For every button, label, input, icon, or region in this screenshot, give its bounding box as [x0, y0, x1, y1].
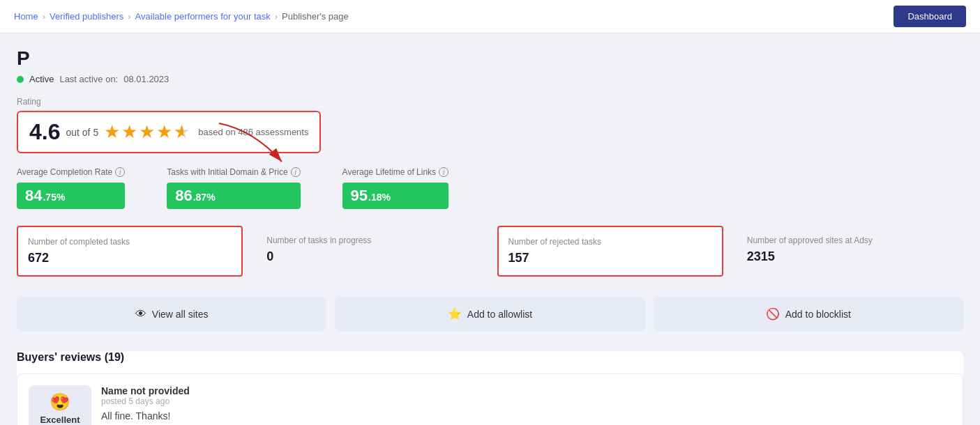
star-3: ★ — [139, 121, 155, 143]
metric-value-domain: 86 — [175, 187, 192, 205]
review-content: Name not provided posted 5 days ago All … — [101, 385, 951, 422]
status-row: Active Last active on: 08.01.2023 — [17, 74, 963, 84]
assessments-text: based on 486 assessments — [198, 127, 308, 137]
task-value-approved: 2315 — [747, 249, 953, 264]
star-5-half: ★ ★ — [174, 121, 190, 143]
rating-value: 4.6 — [29, 119, 60, 145]
star-1: ★ — [104, 121, 120, 143]
metric-decimal-lifetime: .18% — [368, 192, 391, 203]
add-blocklist-label: Add to blocklist — [785, 309, 851, 320]
breadcrumb-sep-2: › — [128, 11, 130, 22]
breadcrumb-sep-3: › — [275, 11, 278, 22]
metric-badge-lifetime: 95.18% — [342, 183, 449, 209]
task-item-approved: Number of approved sites at Adsy 2315 — [737, 226, 963, 277]
view-all-sites-icon: 👁 — [135, 308, 146, 320]
metric-decimal-domain: .87% — [193, 192, 216, 203]
review-emoji: 😍 — [50, 392, 70, 412]
main-content: P Active Last active on: 08.01.2023 Rati… — [0, 33, 980, 425]
last-active-label: Last active on: — [59, 74, 118, 84]
action-buttons: 👁 View all sites ⭐ Add to allowlist 🚫 Ad… — [17, 296, 963, 332]
task-value-rejected: 157 — [508, 251, 712, 265]
star-icon: ⭐ — [448, 307, 462, 320]
tasks-row: Number of completed tasks 672 Number of … — [17, 226, 963, 277]
metric-title-completion: Average Completion Rate i — [17, 167, 125, 177]
metric-value-completion: 84 — [25, 187, 42, 205]
view-all-sites-label: View all sites — [152, 309, 209, 320]
breadcrumb: Home › Verified publishers › Available p… — [14, 11, 349, 22]
active-indicator — [17, 76, 24, 83]
rating-out-of: out of 5 — [66, 127, 98, 138]
review-card: 😍 Excellent Name not provided posted 5 d… — [17, 373, 963, 425]
reviews-title: Buyers' reviews (19) — [17, 351, 963, 364]
info-icon-completion[interactable]: i — [115, 167, 125, 177]
metric-completion-rate: Average Completion Rate i 84.75% — [17, 167, 125, 209]
view-all-sites-button[interactable]: 👁 View all sites — [17, 296, 326, 332]
metric-lifetime-links: Average Lifetime of Links i 95.18% — [342, 167, 449, 209]
breadcrumb-available-performers[interactable]: Available performers for your task — [135, 11, 271, 22]
task-value-completed: 672 — [28, 251, 232, 265]
metric-title-lifetime: Average Lifetime of Links i — [342, 167, 449, 177]
rating-box: 4.6 out of 5 ★ ★ ★ ★ ★ ★ based on 486 as… — [17, 111, 321, 153]
star-4: ★ — [156, 121, 172, 143]
metric-badge-domain: 86.87% — [167, 183, 300, 209]
rating-label: Rating — [17, 97, 963, 107]
breadcrumb-sep-1: › — [43, 11, 45, 22]
task-item-rejected: Number of rejected tasks 157 — [497, 226, 723, 277]
publisher-name: P — [17, 47, 963, 70]
review-badge: 😍 Excellent — [29, 385, 91, 425]
task-title-completed: Number of completed tasks — [28, 237, 232, 247]
task-title-approved: Number of approved sites at Adsy — [747, 235, 953, 245]
task-title-rejected: Number of rejected tasks — [508, 237, 712, 247]
last-active-date: 08.01.2023 — [123, 74, 169, 84]
breadcrumb-publisher-page: Publisher's page — [282, 11, 349, 22]
add-blocklist-button[interactable]: 🚫 Add to blocklist — [654, 296, 963, 332]
task-title-in-progress: Number of tasks in progress — [266, 235, 473, 245]
review-time: posted 5 days ago — [101, 396, 951, 406]
add-allowlist-button[interactable]: ⭐ Add to allowlist — [335, 296, 644, 332]
info-icon-lifetime[interactable]: i — [439, 167, 448, 177]
metric-initial-domain: Tasks with Initial Domain & Price i 86.8… — [167, 167, 300, 209]
metric-badge-completion: 84.75% — [17, 183, 125, 209]
info-icon-domain[interactable]: i — [291, 167, 301, 177]
task-item-in-progress: Number of tasks in progress 0 — [257, 226, 483, 277]
rating-container: 4.6 out of 5 ★ ★ ★ ★ ★ ★ based on 486 as… — [17, 111, 321, 153]
review-name: Name not provided — [101, 385, 951, 396]
add-allowlist-label: Add to allowlist — [467, 309, 532, 320]
star-2: ★ — [121, 121, 137, 143]
breadcrumb-verified-publishers[interactable]: Verified publishers — [50, 11, 123, 22]
review-badge-label: Excellent — [40, 415, 80, 425]
reviews-section: Buyers' reviews (19) 😍 Excellent Name no… — [17, 351, 963, 425]
breadcrumb-home[interactable]: Home — [14, 11, 38, 22]
review-text: All fine. Thanks! — [101, 410, 951, 422]
status-label: Active — [29, 74, 54, 84]
metric-decimal-completion: .75% — [43, 192, 65, 203]
dashboard-button[interactable]: Dashboard — [894, 6, 966, 27]
metrics-row: Average Completion Rate i 84.75% Tasks w… — [17, 167, 963, 209]
metric-title-domain: Tasks with Initial Domain & Price i — [167, 167, 300, 177]
top-bar: Home › Verified publishers › Available p… — [0, 0, 980, 33]
stars-container: ★ ★ ★ ★ ★ ★ — [104, 121, 190, 143]
task-item-completed: Number of completed tasks 672 — [17, 226, 243, 277]
task-value-in-progress: 0 — [266, 249, 473, 264]
block-icon: 🚫 — [766, 307, 780, 320]
metric-value-lifetime: 95 — [351, 187, 368, 205]
rating-section: Rating 4.6 out of 5 ★ ★ ★ ★ ★ ★ based on… — [17, 97, 963, 153]
